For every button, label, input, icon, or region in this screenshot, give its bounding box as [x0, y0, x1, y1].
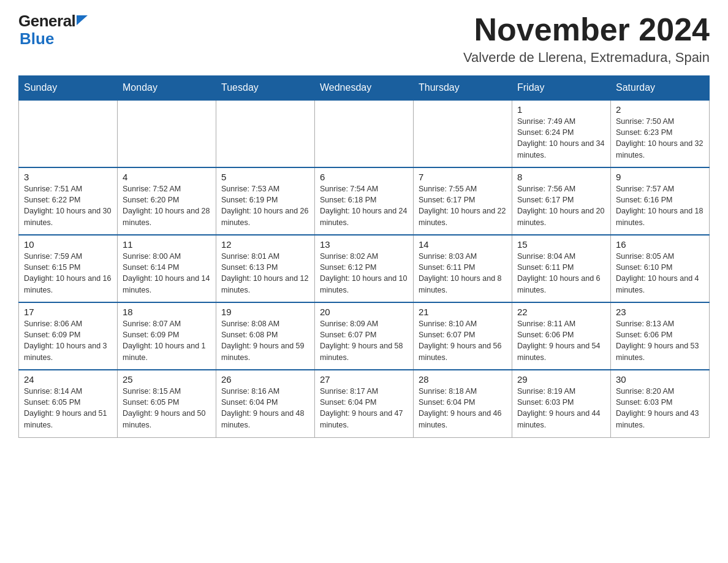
calendar-week-row: 17Sunrise: 8:06 AMSunset: 6:09 PMDayligh…	[19, 302, 710, 370]
day-number: 8	[517, 172, 605, 182]
day-info: Sunrise: 8:20 AMSunset: 6:03 PMDaylight:…	[616, 386, 704, 431]
calendar-cell	[19, 100, 118, 167]
calendar-week-row: 10Sunrise: 7:59 AMSunset: 6:15 PMDayligh…	[19, 235, 710, 302]
day-number: 2	[616, 104, 704, 115]
column-header-tuesday: Tuesday	[216, 76, 315, 101]
day-number: 3	[24, 172, 112, 182]
day-number: 27	[320, 374, 408, 385]
calendar-week-row: 3Sunrise: 7:51 AMSunset: 6:22 PMDaylight…	[19, 167, 710, 235]
calendar-cell	[118, 100, 216, 167]
day-number: 26	[221, 374, 309, 385]
day-info: Sunrise: 8:04 AMSunset: 6:11 PMDaylight:…	[517, 251, 605, 296]
column-header-monday: Monday	[118, 76, 216, 101]
calendar-cell: 21Sunrise: 8:10 AMSunset: 6:07 PMDayligh…	[414, 302, 512, 370]
calendar-cell	[216, 100, 315, 167]
calendar-cell: 22Sunrise: 8:11 AMSunset: 6:06 PMDayligh…	[512, 302, 611, 370]
calendar-cell: 9Sunrise: 7:57 AMSunset: 6:16 PMDaylight…	[611, 167, 710, 235]
day-number: 10	[24, 239, 112, 250]
day-number: 24	[24, 374, 112, 385]
day-info: Sunrise: 8:09 AMSunset: 6:07 PMDaylight:…	[320, 318, 408, 363]
day-number: 4	[123, 172, 211, 182]
day-number: 25	[123, 374, 211, 385]
day-number: 12	[221, 239, 309, 250]
logo-arrow-icon	[77, 15, 88, 25]
day-number: 9	[616, 172, 704, 182]
day-number: 22	[517, 307, 605, 317]
day-info: Sunrise: 7:59 AMSunset: 6:15 PMDaylight:…	[24, 251, 112, 296]
calendar-cell: 2Sunrise: 7:50 AMSunset: 6:23 PMDaylight…	[611, 100, 710, 167]
calendar-cell: 24Sunrise: 8:14 AMSunset: 6:05 PMDayligh…	[19, 370, 118, 437]
column-header-friday: Friday	[512, 76, 611, 101]
day-info: Sunrise: 7:50 AMSunset: 6:23 PMDaylight:…	[616, 116, 704, 161]
day-info: Sunrise: 8:03 AMSunset: 6:11 PMDaylight:…	[419, 251, 507, 296]
day-number: 21	[419, 307, 507, 317]
day-info: Sunrise: 8:18 AMSunset: 6:04 PMDaylight:…	[419, 386, 507, 431]
day-info: Sunrise: 8:00 AMSunset: 6:14 PMDaylight:…	[123, 251, 211, 296]
day-info: Sunrise: 7:55 AMSunset: 6:17 PMDaylight:…	[419, 183, 507, 228]
day-number: 28	[419, 374, 507, 385]
day-info: Sunrise: 8:11 AMSunset: 6:06 PMDaylight:…	[517, 318, 605, 363]
calendar-cell: 6Sunrise: 7:54 AMSunset: 6:18 PMDaylight…	[315, 167, 414, 235]
column-header-sunday: Sunday	[19, 76, 118, 101]
day-number: 6	[320, 172, 408, 182]
calendar-cell: 26Sunrise: 8:16 AMSunset: 6:04 PMDayligh…	[216, 370, 315, 437]
column-header-wednesday: Wednesday	[315, 76, 414, 101]
calendar-cell: 15Sunrise: 8:04 AMSunset: 6:11 PMDayligh…	[512, 235, 611, 302]
day-info: Sunrise: 8:16 AMSunset: 6:04 PMDaylight:…	[221, 386, 309, 431]
day-number: 16	[616, 239, 704, 250]
day-number: 30	[616, 374, 704, 385]
day-info: Sunrise: 7:51 AMSunset: 6:22 PMDaylight:…	[24, 183, 112, 228]
calendar-cell: 11Sunrise: 8:00 AMSunset: 6:14 PMDayligh…	[118, 235, 216, 302]
day-info: Sunrise: 7:54 AMSunset: 6:18 PMDaylight:…	[320, 183, 408, 228]
day-number: 11	[123, 239, 211, 250]
day-info: Sunrise: 7:53 AMSunset: 6:19 PMDaylight:…	[221, 183, 309, 228]
calendar-cell: 1Sunrise: 7:49 AMSunset: 6:24 PMDaylight…	[512, 100, 611, 167]
calendar-table: SundayMondayTuesdayWednesdayThursdayFrid…	[18, 75, 710, 438]
calendar-week-row: 24Sunrise: 8:14 AMSunset: 6:05 PMDayligh…	[19, 370, 710, 437]
calendar-cell: 16Sunrise: 8:05 AMSunset: 6:10 PMDayligh…	[611, 235, 710, 302]
calendar-cell: 27Sunrise: 8:17 AMSunset: 6:04 PMDayligh…	[315, 370, 414, 437]
calendar-cell: 4Sunrise: 7:52 AMSunset: 6:20 PMDaylight…	[118, 167, 216, 235]
day-number: 29	[517, 374, 605, 385]
day-info: Sunrise: 7:57 AMSunset: 6:16 PMDaylight:…	[616, 183, 704, 228]
day-info: Sunrise: 8:10 AMSunset: 6:07 PMDaylight:…	[419, 318, 507, 363]
day-number: 19	[221, 307, 309, 317]
day-number: 13	[320, 239, 408, 250]
svg-marker-0	[77, 15, 88, 25]
day-info: Sunrise: 8:19 AMSunset: 6:03 PMDaylight:…	[517, 386, 605, 431]
calendar-cell: 8Sunrise: 7:56 AMSunset: 6:17 PMDaylight…	[512, 167, 611, 235]
calendar-header-row: SundayMondayTuesdayWednesdayThursdayFrid…	[19, 76, 710, 101]
logo: General Blue	[18, 12, 88, 47]
logo-general-text: General	[18, 12, 75, 30]
calendar-cell	[414, 100, 512, 167]
day-info: Sunrise: 8:06 AMSunset: 6:09 PMDaylight:…	[24, 318, 112, 363]
day-number: 7	[419, 172, 507, 182]
calendar-cell: 17Sunrise: 8:06 AMSunset: 6:09 PMDayligh…	[19, 302, 118, 370]
calendar-cell: 30Sunrise: 8:20 AMSunset: 6:03 PMDayligh…	[611, 370, 710, 437]
calendar-cell: 3Sunrise: 7:51 AMSunset: 6:22 PMDaylight…	[19, 167, 118, 235]
column-header-thursday: Thursday	[414, 76, 512, 101]
day-number: 18	[123, 307, 211, 317]
calendar-cell: 18Sunrise: 8:07 AMSunset: 6:09 PMDayligh…	[118, 302, 216, 370]
calendar-cell: 23Sunrise: 8:13 AMSunset: 6:06 PMDayligh…	[611, 302, 710, 370]
title-area: November 2024 Valverde de Llerena, Extre…	[463, 12, 710, 66]
day-info: Sunrise: 7:49 AMSunset: 6:24 PMDaylight:…	[517, 116, 605, 161]
calendar-cell: 25Sunrise: 8:15 AMSunset: 6:05 PMDayligh…	[118, 370, 216, 437]
day-info: Sunrise: 8:07 AMSunset: 6:09 PMDaylight:…	[123, 318, 211, 363]
calendar-cell: 5Sunrise: 7:53 AMSunset: 6:19 PMDaylight…	[216, 167, 315, 235]
calendar-week-row: 1Sunrise: 7:49 AMSunset: 6:24 PMDaylight…	[19, 100, 710, 167]
calendar-cell: 12Sunrise: 8:01 AMSunset: 6:13 PMDayligh…	[216, 235, 315, 302]
calendar-cell: 19Sunrise: 8:08 AMSunset: 6:08 PMDayligh…	[216, 302, 315, 370]
calendar-cell: 7Sunrise: 7:55 AMSunset: 6:17 PMDaylight…	[414, 167, 512, 235]
day-info: Sunrise: 7:56 AMSunset: 6:17 PMDaylight:…	[517, 183, 605, 228]
calendar-cell	[315, 100, 414, 167]
day-info: Sunrise: 8:05 AMSunset: 6:10 PMDaylight:…	[616, 251, 704, 296]
logo-blue-text: Blue	[20, 30, 88, 48]
day-number: 5	[221, 172, 309, 182]
page-header: General Blue November 2024 Valverde de L…	[18, 12, 710, 66]
day-number: 14	[419, 239, 507, 250]
calendar-cell: 10Sunrise: 7:59 AMSunset: 6:15 PMDayligh…	[19, 235, 118, 302]
day-info: Sunrise: 8:15 AMSunset: 6:05 PMDaylight:…	[123, 386, 211, 431]
day-info: Sunrise: 8:01 AMSunset: 6:13 PMDaylight:…	[221, 251, 309, 296]
calendar-cell: 14Sunrise: 8:03 AMSunset: 6:11 PMDayligh…	[414, 235, 512, 302]
